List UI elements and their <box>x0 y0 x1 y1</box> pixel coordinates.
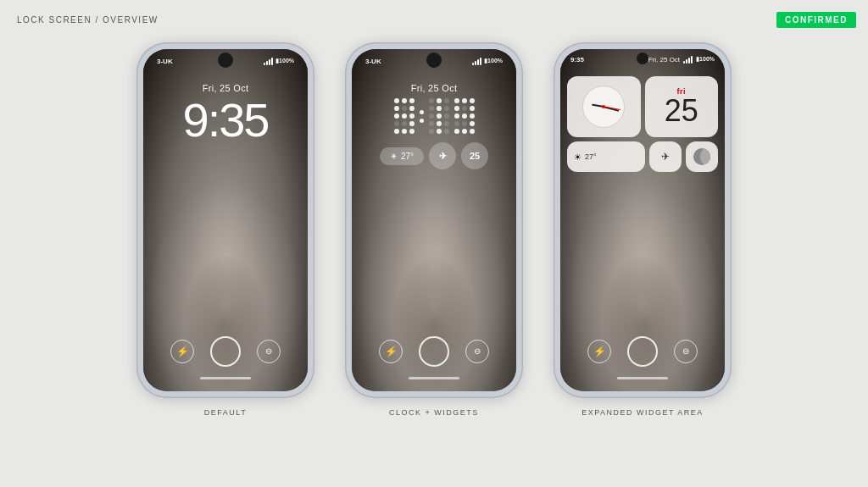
phone-widgets-wrapper: 3-UK ▮100% Fri, 25 Oct <box>345 42 523 417</box>
battery-3: ▮100% <box>696 56 715 63</box>
weather-icon-2: ☀ <box>390 152 398 161</box>
lock-content-2: Fri, 25 Oct <box>352 73 516 169</box>
time-1: 9:35 <box>183 97 269 144</box>
date-2: Fri, 25 Oct <box>411 83 458 93</box>
camera-cutout-2 <box>426 53 442 68</box>
camera-button-1[interactable]: ⊖ <box>257 340 281 363</box>
sig3b <box>686 59 687 64</box>
camera-cutout-1 <box>218 53 233 68</box>
phone-label-widgets: CLOCK + WIDGETS <box>389 408 479 417</box>
time-sep <box>420 110 424 123</box>
flashlight-icon-3: ⚡ <box>593 346 606 357</box>
widget-row-1: fri 25 <box>567 76 718 137</box>
airplane-widget-2[interactable]: ✈ <box>429 142 456 169</box>
home-indicator-3 <box>617 377 668 379</box>
carrier-1: 3-UK <box>157 58 173 65</box>
phone-label-expanded: EXPANDED WIDGET AREA <box>581 408 704 417</box>
signal-icon-2 <box>472 58 481 65</box>
airplane-widget-3[interactable]: ✈ <box>649 141 682 172</box>
signal-bar-4 <box>271 58 273 65</box>
signal-icon-3 <box>683 56 693 64</box>
sig3d <box>691 56 693 64</box>
signal-bar-1 <box>264 63 265 65</box>
airplane-icon-3: ✈ <box>661 151 670 163</box>
phone-default: 3-UK ▮100% Fri, 25 Oct <box>136 42 314 398</box>
bottom-bar-1: ⚡ ⊖ <box>143 324 308 391</box>
flashlight-icon-2: ⚡ <box>385 346 398 357</box>
home-button-2[interactable] <box>419 336 449 367</box>
bottom-bar-3: ⚡ ⊖ <box>560 324 725 391</box>
date-widget-2[interactable]: 25 <box>461 142 488 169</box>
home-button-1[interactable] <box>210 336 241 367</box>
airplane-icon-2: ✈ <box>439 151 447 162</box>
sig3a <box>683 61 685 64</box>
camera-button-2[interactable]: ⊖ <box>465 340 489 363</box>
camera-cutout-3 <box>637 53 648 64</box>
moon-widget-3[interactable] <box>686 141 718 172</box>
digit-1 <box>429 98 449 134</box>
clock-face <box>582 86 625 128</box>
bottom-bar-2: ⚡ ⊖ <box>352 324 516 391</box>
home-button-3[interactable] <box>627 336 658 367</box>
weather-temp-3: 27° <box>585 152 597 161</box>
signal-bar-2 <box>266 61 268 65</box>
phone-widgets: 3-UK ▮100% Fri, 25 Oct <box>345 42 523 398</box>
confirmed-badge: CONFIRMED <box>776 12 856 28</box>
status-bar-3: 9:35 Fri, 25 Oct ▮100% <box>560 49 725 69</box>
page-label: LOCK SCREEN / OVERVIEW <box>17 15 159 25</box>
phone-label-default: DEFAULT <box>204 408 247 417</box>
camera-button-3[interactable]: ⊖ <box>674 340 698 363</box>
battery-1: ▮100% <box>275 58 294 64</box>
widget-row-2: ☀ 27° ✈ <box>567 141 718 172</box>
phone-default-wrapper: 3-UK ▮100% Fri, 25 Oct <box>136 42 314 417</box>
signal-bar-2d <box>480 58 481 65</box>
digit-9b <box>454 98 475 134</box>
date-num-3: 25 <box>665 96 698 126</box>
widgets-row-2: ☀ 27° ✈ 25 <box>380 142 488 169</box>
camera-icon-3: ⊖ <box>682 346 689 356</box>
expanded-widgets-area: fri 25 ☀ 27° ✈ <box>560 73 725 175</box>
home-indicator-2 <box>409 377 459 379</box>
weather-widget-3[interactable]: ☀ 27° <box>567 141 645 172</box>
signal-bar-2a <box>472 63 474 65</box>
time-small-3: 9:35 <box>570 56 584 64</box>
screen-widgets: 3-UK ▮100% Fri, 25 Oct <box>352 49 516 391</box>
phone-expanded: 9:35 Fri, 25 Oct ▮100% <box>554 42 732 398</box>
signal-bar-2c <box>477 59 479 65</box>
status-right-1: ▮100% <box>264 58 294 65</box>
clock-center <box>602 105 605 108</box>
signal-bar-3 <box>269 59 270 65</box>
signal-icon-1 <box>264 58 273 65</box>
flashlight-button-3[interactable]: ⚡ <box>587 340 611 363</box>
analog-clock <box>582 86 625 128</box>
signal-bar-2b <box>475 61 476 65</box>
moon-icon-3 <box>693 148 710 165</box>
weather-widget-2[interactable]: ☀ 27° <box>380 147 424 165</box>
screen-default: 3-UK ▮100% Fri, 25 Oct <box>143 49 308 391</box>
digit-9 <box>394 98 415 134</box>
carrier-2: 3-UK <box>365 58 381 65</box>
camera-icon-2: ⊖ <box>474 346 481 356</box>
battery-2: ▮100% <box>484 58 503 64</box>
bottom-icons-3: ⚡ ⊖ <box>587 336 698 367</box>
status-bar-2: 3-UK ▮100% <box>352 49 516 73</box>
home-indicator-1 <box>200 377 251 379</box>
bottom-icons-2: ⚡ ⊖ <box>379 336 489 367</box>
bottom-icons-1: ⚡ ⊖ <box>170 336 281 367</box>
status-bar-1: 3-UK ▮100% <box>143 49 308 73</box>
flashlight-icon-1: ⚡ <box>176 346 189 357</box>
camera-icon-1: ⊖ <box>265 346 272 356</box>
flashlight-button-2[interactable]: ⚡ <box>379 340 403 363</box>
date-1: Fri, 25 Oct <box>203 83 249 93</box>
flashlight-button-1[interactable]: ⚡ <box>170 340 194 363</box>
phone-expanded-wrapper: 9:35 Fri, 25 Oct ▮100% <box>554 42 732 417</box>
screen-expanded: 9:35 Fri, 25 Oct ▮100% <box>560 49 725 391</box>
status-right-3: Fri, 25 Oct ▮100% <box>648 56 715 64</box>
status-right-2: ▮100% <box>472 58 503 65</box>
lock-content-1: Fri, 25 Oct 9:35 <box>143 73 308 144</box>
date-widget-3[interactable]: fri 25 <box>645 76 719 137</box>
weather-icon-3: ☀ <box>574 152 581 162</box>
clock-widget-3[interactable] <box>567 76 641 137</box>
sig3c <box>688 58 690 64</box>
date-small-3: Fri, 25 Oct <box>648 56 680 64</box>
